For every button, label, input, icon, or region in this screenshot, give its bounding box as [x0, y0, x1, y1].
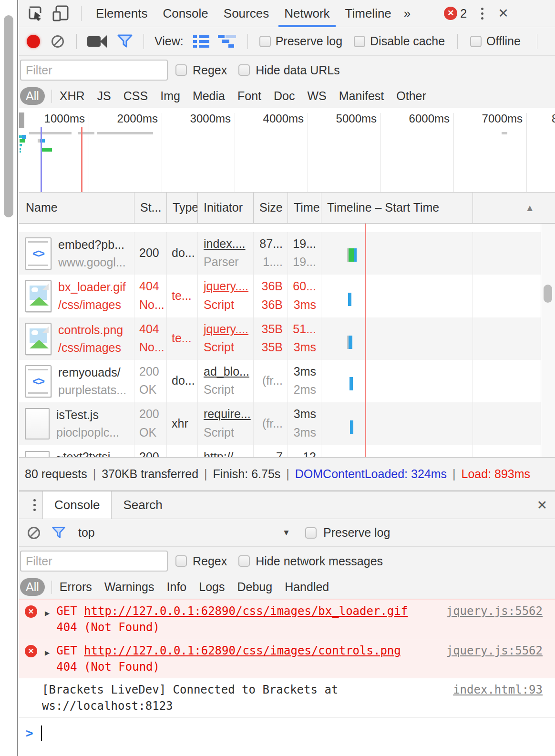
offline-checkbox[interactable] — [470, 36, 482, 47]
network-overview[interactable]: 1000ms 2000ms 3000ms 4000ms 5000ms 6000m… — [19, 108, 555, 193]
type-filter-ws[interactable]: WS — [307, 89, 326, 103]
disable-cache-checkbox[interactable] — [354, 36, 365, 47]
tab-search-drawer[interactable]: Search — [112, 491, 174, 519]
disable-cache-label[interactable]: Disable cache — [370, 34, 445, 48]
col-header-time[interactable]: Time — [288, 193, 321, 223]
hide-data-urls-checkbox[interactable] — [238, 64, 250, 76]
overview-window-grip[interactable] — [19, 112, 24, 128]
source-location-link[interactable]: jquery.js:5562 — [446, 603, 543, 619]
console-regex-label[interactable]: Regex — [193, 554, 227, 568]
type-filter-img[interactable]: Img — [160, 89, 180, 103]
console-log-message[interactable]: [Brackets LiveDev] Connected to Brackets… — [19, 678, 555, 718]
level-filter-info[interactable]: Info — [167, 580, 187, 594]
type-filter-media[interactable]: Media — [193, 89, 225, 103]
inspect-element-icon[interactable] — [23, 5, 48, 22]
request-url-link[interactable]: http://127.0.0.1:62890/css/images/contro… — [84, 644, 401, 657]
preserve-log-checkbox[interactable] — [259, 36, 271, 47]
clear-console-icon[interactable] — [28, 527, 40, 539]
sort-ascending-icon[interactable]: ▲ — [473, 193, 541, 223]
table-row[interactable]: isTest.jspioclpoplc... 200OK xhr require… — [19, 402, 541, 445]
type-filter-css[interactable]: CSS — [123, 89, 148, 103]
tab-console-drawer[interactable]: Console — [42, 491, 112, 519]
tab-timeline[interactable]: Timeline — [338, 0, 399, 27]
source-location-link[interactable]: index.html:93 — [453, 682, 543, 698]
gridline — [526, 113, 527, 192]
waterfall-view-icon[interactable] — [218, 35, 237, 48]
close-drawer-icon[interactable]: ✕ — [529, 498, 555, 513]
col-header-timeline[interactable]: Timeline – Start Time — [321, 193, 473, 223]
console-preserve-log-label[interactable]: Preserve log — [323, 526, 390, 540]
level-filter-errors[interactable]: Errors — [60, 580, 92, 594]
error-badge-icon[interactable]: ✕ — [444, 7, 457, 20]
tab-elements[interactable]: Elements — [88, 0, 155, 27]
initiator-link[interactable]: index.... — [204, 237, 253, 251]
network-filter-input[interactable] — [20, 60, 168, 81]
level-filter-all[interactable]: All — [20, 578, 45, 596]
summary-separator: | — [93, 467, 96, 481]
tab-sources[interactable]: Sources — [216, 0, 277, 27]
hide-network-messages-checkbox[interactable] — [238, 555, 250, 567]
table-row[interactable]: <> remyouads/purplestats... 200OK do... … — [19, 360, 541, 402]
offline-label[interactable]: Offline — [486, 34, 521, 48]
filter-funnel-icon[interactable] — [51, 526, 66, 540]
table-row[interactable]: bx_loader.gif/css/images 404No... te... … — [19, 275, 541, 317]
regex-label[interactable]: Regex — [193, 63, 227, 77]
more-tabs-chevron-icon[interactable]: » — [399, 6, 415, 21]
initiator-link[interactable]: jquery.... — [204, 279, 253, 293]
col-header-initiator[interactable]: Initiator — [198, 193, 254, 223]
type-filter-doc[interactable]: Doc — [274, 89, 295, 103]
screenshot-camera-icon[interactable] — [87, 35, 107, 48]
initiator-link[interactable]: require... — [204, 407, 253, 421]
console-error-message[interactable]: ✕ ▶ GET http://127.0.0.1:62890/css/image… — [19, 639, 555, 678]
error-count[interactable]: 2 — [460, 7, 467, 20]
expand-triangle-icon[interactable]: ▶ — [45, 644, 50, 661]
col-header-type[interactable]: Type — [167, 193, 198, 223]
col-header-status[interactable]: St... — [134, 193, 167, 223]
hide-data-urls-label[interactable]: Hide data URLs — [256, 63, 339, 77]
device-toolbar-icon[interactable] — [48, 4, 74, 22]
table-row[interactable]: <> embed?pb...www.googl... 200 do... ind… — [19, 232, 541, 275]
table-row[interactable]: ~text2txtsi 200 http:// 7 12 — [19, 445, 541, 457]
filter-funnel-icon[interactable] — [117, 33, 133, 50]
type-filter-all[interactable]: All — [20, 87, 45, 105]
hide-network-messages-label[interactable]: Hide network messages — [256, 554, 383, 568]
tab-network[interactable]: Network — [277, 0, 337, 27]
context-dropdown-icon[interactable]: ▼ — [282, 528, 290, 538]
console-prompt[interactable]: > — [19, 718, 555, 741]
type-filter-js[interactable]: JS — [97, 89, 111, 103]
console-regex-checkbox[interactable] — [175, 555, 187, 567]
type-filter-font[interactable]: Font — [237, 89, 261, 103]
col-header-name[interactable]: Name — [19, 193, 134, 223]
table-scrollbar-thumb[interactable] — [544, 285, 552, 303]
initiator-link[interactable]: ad_blo... — [204, 365, 253, 378]
initiator-link[interactable]: jquery.... — [204, 322, 253, 336]
type-filter-other[interactable]: Other — [396, 89, 426, 103]
initiator-link[interactable]: http:// — [204, 450, 253, 457]
clear-icon[interactable] — [51, 35, 64, 48]
console-preserve-log-checkbox[interactable] — [305, 527, 317, 539]
level-filter-warnings[interactable]: Warnings — [104, 580, 154, 594]
level-filter-handled[interactable]: Handled — [285, 580, 329, 594]
source-location-link[interactable]: jquery.js:5562 — [446, 643, 543, 659]
level-filter-logs[interactable]: Logs — [199, 580, 225, 594]
col-header-size[interactable]: Size — [254, 193, 288, 223]
list-view-icon[interactable] — [193, 35, 209, 48]
preserve-log-label[interactable]: Preserve log — [276, 34, 342, 48]
console-error-message[interactable]: ✕ ▶ GET http://127.0.0.1:62890/css/image… — [19, 599, 555, 639]
console-filter-input[interactable] — [20, 551, 168, 572]
kebab-menu-icon[interactable] — [474, 8, 490, 20]
type-filter-xhr[interactable]: XHR — [60, 89, 85, 103]
record-button[interactable] — [27, 35, 40, 48]
execution-context-selector[interactable]: top — [78, 526, 95, 540]
level-filter-debug[interactable]: Debug — [237, 580, 272, 594]
type-filter-manifest[interactable]: Manifest — [339, 89, 384, 103]
tab-console[interactable]: Console — [155, 0, 216, 27]
table-row[interactable]: controls.png/css/images 404No... te... j… — [19, 317, 541, 360]
page-scrollbar-thumb[interactable] — [4, 15, 13, 217]
close-devtools-icon[interactable]: ✕ — [490, 6, 516, 21]
kebab-menu-icon[interactable] — [27, 499, 42, 511]
expand-triangle-icon[interactable]: ▶ — [45, 605, 50, 621]
request-url-link[interactable]: http://127.0.0.1:62890/css/images/bx_loa… — [84, 604, 408, 618]
regex-checkbox[interactable] — [175, 64, 187, 76]
divider — [247, 34, 248, 49]
